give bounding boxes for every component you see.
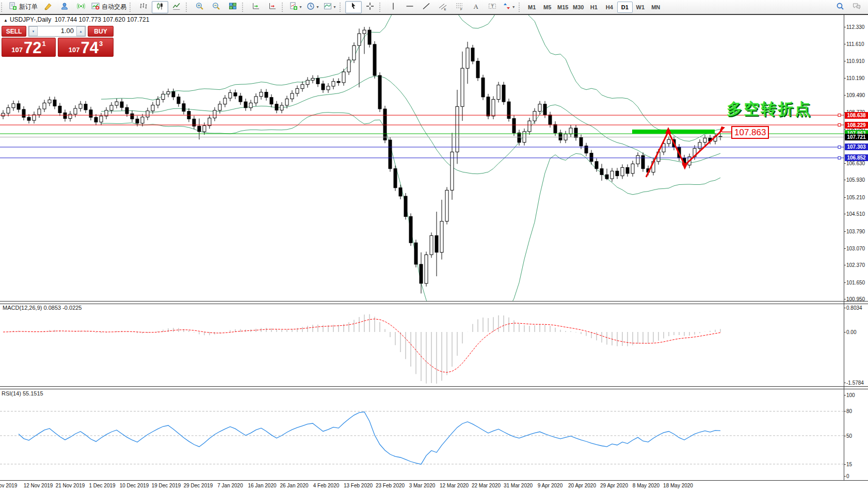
search-button[interactable] xyxy=(832,1,848,13)
sell-button[interactable]: SELL xyxy=(2,26,26,37)
tile-windows-button[interactable] xyxy=(224,1,241,13)
rsi-label: RSI(14) 55.1515 xyxy=(2,390,43,397)
bars-button[interactable] xyxy=(135,1,152,13)
auto-scroll-button[interactable] xyxy=(248,1,264,13)
trendline-button[interactable] xyxy=(418,1,435,13)
axis-tickmark xyxy=(844,411,846,411)
templates-icon xyxy=(324,2,332,12)
axis-tickmark xyxy=(844,214,846,214)
support-zone-bar[interactable] xyxy=(632,130,715,134)
chart-shift-button[interactable] xyxy=(264,1,281,13)
crosshair-button[interactable] xyxy=(362,1,378,13)
rsi-tick: 0 xyxy=(846,473,868,479)
date-label: 12 Nov 2019 xyxy=(24,483,53,488)
candles-button[interactable] xyxy=(152,1,168,13)
level-handle[interactable] xyxy=(838,156,841,159)
timeframe-m5-button[interactable]: M5 xyxy=(540,2,555,13)
zigzag-arrow[interactable] xyxy=(646,131,722,177)
date-axis[interactable]: Nov 201912 Nov 201921 Nov 20191 Dec 2019… xyxy=(0,480,868,491)
buy-button[interactable]: BUY xyxy=(88,26,114,37)
axis-tickmark xyxy=(844,163,846,164)
price-tick: 110.190 xyxy=(846,75,868,81)
cursor-icon xyxy=(349,2,358,12)
channel-button[interactable]: E xyxy=(435,1,451,13)
community-button[interactable] xyxy=(56,1,73,13)
label-button[interactable]: T xyxy=(484,1,501,13)
price-badge-108.229: 108.229 xyxy=(845,122,868,129)
rsi-pane[interactable] xyxy=(0,388,844,480)
volume-increase-button[interactable]: ▲ xyxy=(76,26,85,36)
macd-tick: 0.8034 xyxy=(846,305,868,311)
one-click-toggle-icon[interactable]: ▲ xyxy=(4,18,8,23)
pane-separator[interactable] xyxy=(0,301,868,304)
axis-tickmark xyxy=(844,95,846,96)
hline-button[interactable] xyxy=(401,1,418,13)
periods-dropdown-icon[interactable]: ▼ xyxy=(316,5,319,9)
arrows-icon xyxy=(503,2,511,12)
axis-tickmark xyxy=(844,464,846,465)
indicators-dropdown-icon[interactable]: ▼ xyxy=(299,5,302,9)
autotrade-button[interactable]: 自动交易 xyxy=(89,1,128,13)
price-badge-107.721: 107.721 xyxy=(845,134,868,140)
templates-dropdown-icon[interactable]: ▼ xyxy=(333,5,336,9)
timeframe-mn-button[interactable]: MN xyxy=(648,2,664,13)
hline-icon xyxy=(406,2,414,12)
timeframe-m1-button[interactable]: M1 xyxy=(524,2,540,13)
signals-button[interactable] xyxy=(73,1,89,13)
price-tick: 101.650 xyxy=(846,280,868,286)
pane-separator[interactable] xyxy=(0,386,868,389)
periods-button[interactable]: ▼ xyxy=(304,1,322,13)
cursor-button[interactable] xyxy=(345,1,362,13)
price-tick: 106.630 xyxy=(846,161,868,166)
candles-icon xyxy=(156,2,164,12)
line-chart-button[interactable] xyxy=(168,1,185,13)
timeframe-h1-button[interactable]: H1 xyxy=(586,2,602,13)
axis-tickmark xyxy=(844,197,846,198)
zoom-out-button[interactable] xyxy=(208,1,224,13)
timeframe-m15-button[interactable]: M15 xyxy=(555,2,571,13)
arrows-button[interactable]: ▼ xyxy=(501,1,518,13)
styler-button[interactable] xyxy=(40,1,56,13)
timeframe-m30-button[interactable]: M30 xyxy=(571,2,586,13)
chat-button[interactable] xyxy=(848,1,865,13)
bid-price-button[interactable]: 107 72 1 xyxy=(2,38,56,57)
rsi-tick: 15 xyxy=(846,462,868,467)
volume-decrease-button[interactable]: ▼ xyxy=(29,26,38,36)
level-handle[interactable] xyxy=(838,124,841,126)
timeframe-d1-button[interactable]: D1 xyxy=(617,2,633,13)
zoom-in-button[interactable] xyxy=(191,1,208,13)
volume-value[interactable]: 1.00 xyxy=(38,26,76,36)
date-label: 26 Jan 2020 xyxy=(280,483,308,488)
periods-icon xyxy=(307,2,315,12)
chart-window: ▲USDJPY-,Daily 107.744 107.773 107.620 1… xyxy=(0,15,868,491)
fibonacci-button[interactable]: F xyxy=(451,1,468,13)
axis-tickmark xyxy=(844,308,846,308)
bid-big: 72 xyxy=(24,40,41,56)
text-button[interactable]: A xyxy=(468,1,484,13)
axis-tickmark xyxy=(844,61,846,61)
macd-pane[interactable] xyxy=(0,303,844,386)
new-order-label: 新订单 xyxy=(19,3,38,11)
vline-button[interactable] xyxy=(385,1,401,13)
level-handle[interactable] xyxy=(838,146,841,148)
level-handle[interactable] xyxy=(838,114,841,117)
ask-price-button[interactable]: 107 74 3 xyxy=(58,38,114,57)
templates-button[interactable]: ▼ xyxy=(322,1,339,13)
date-label: 22 Mar 2020 xyxy=(472,483,501,488)
axis-tickmark xyxy=(844,44,846,44)
new-order-button[interactable]: 新订单 xyxy=(7,1,40,13)
indicators-button[interactable]: ▼ xyxy=(287,1,304,13)
axis-tickmark xyxy=(844,395,846,395)
axis-tickmark xyxy=(844,78,846,78)
timeframe-w1-button[interactable]: W1 xyxy=(633,2,648,13)
macd-tick: -1.5784 xyxy=(846,380,868,386)
turning-point-annotation[interactable]: 多空转折点 xyxy=(727,99,812,120)
price-chart[interactable] xyxy=(0,15,844,301)
timeframe-h4-button[interactable]: H4 xyxy=(602,2,617,13)
chart-shift-icon xyxy=(268,2,277,12)
axis-tickmark xyxy=(844,231,846,232)
price-tick: 103.790 xyxy=(846,229,868,234)
arrows-dropdown-icon[interactable]: ▼ xyxy=(512,5,516,9)
macd-label: MACD(12,26,9) 0.0853 -0.0225 xyxy=(3,305,82,311)
price-tag-annotation[interactable]: 107.863 xyxy=(731,126,769,139)
